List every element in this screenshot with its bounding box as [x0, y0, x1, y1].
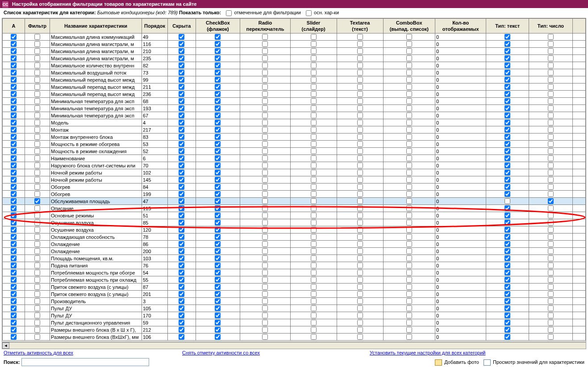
toolbar: Список характеристик для категории: Быто… — [0, 8, 588, 17]
list-label: Список характеристик для категории: — [4, 10, 96, 15]
window-title: Настройка отображения фильтрации товаров… — [12, 1, 196, 7]
cb-main-chars-label: осн. хар-ки — [314, 10, 339, 15]
category-name: Бытовые кондиционеры (код: 789) — [97, 10, 178, 15]
cb-marked-filter[interactable] — [226, 10, 232, 16]
app-icon: CC — [2, 1, 9, 8]
window-titlebar: CC Настройка отображения фильтрации това… — [0, 0, 588, 8]
cb-main-chars[interactable] — [306, 10, 312, 16]
cb-marked-filter-label: отмеченные для фильтрации — [234, 10, 301, 15]
show-only-label: Показать только: — [179, 10, 221, 15]
